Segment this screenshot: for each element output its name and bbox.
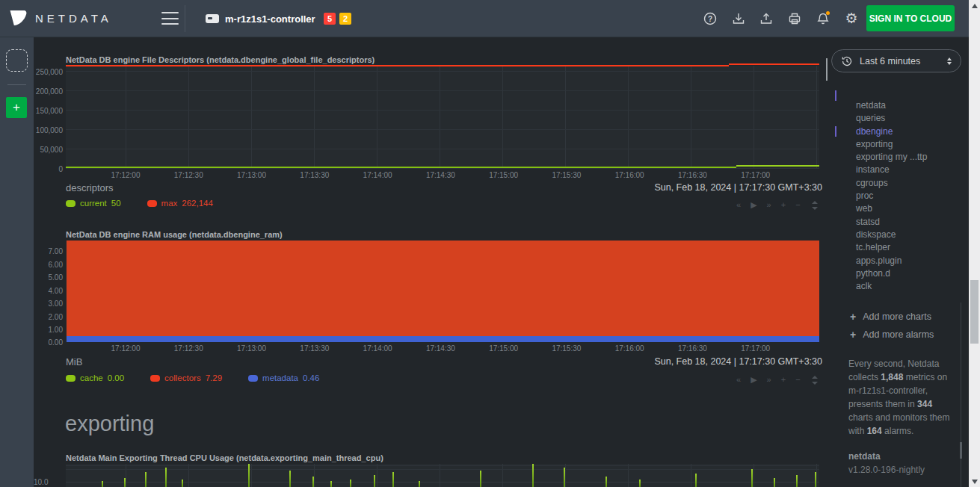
sidebar-item-dbengine[interactable]: dbengine <box>835 125 962 138</box>
x-tick-label: 17:14:00 <box>363 344 392 353</box>
play-icon[interactable]: ▶ <box>751 375 756 385</box>
x-tick-label: 17:16:00 <box>615 171 644 179</box>
add-more-charts-button[interactable]: + Add more charts <box>850 311 931 323</box>
legend-collectors-swatch <box>150 375 160 382</box>
warning-alarms-badge[interactable]: 2 <box>339 13 351 25</box>
x-tick-label: 17:13:00 <box>237 344 266 353</box>
sidebar-item-instance[interactable]: instance <box>835 164 962 176</box>
chart2-plot-area[interactable] <box>66 241 819 342</box>
scroll-down-arrow[interactable] <box>969 476 980 487</box>
x-tick-label: 17:15:30 <box>552 344 581 353</box>
x-tick-label: 17:16:30 <box>678 171 707 179</box>
legend-collectors-name: collectors <box>164 373 201 382</box>
chart2-x-axis: 17:12:0017:12:3017:13:0017:13:3017:14:00… <box>66 344 819 353</box>
sidebar-item-aclk[interactable]: aclk <box>835 280 962 293</box>
hamburger-menu-icon[interactable] <box>161 12 179 25</box>
legend-cache-name: cache <box>80 373 103 382</box>
chart2-collectors-area <box>67 241 819 336</box>
netdata-logo[interactable]: NETDATA <box>9 10 112 27</box>
sidebar-scrollbar-thumb[interactable] <box>960 442 962 459</box>
cpu-spike <box>124 478 126 487</box>
help-icon[interactable]: ? <box>702 10 718 27</box>
sidebar-item-statsd[interactable]: statsd <box>835 216 962 229</box>
sidebar-item-web[interactable]: web <box>835 202 962 215</box>
chart1-legend: current 50 max 262,144 <box>66 199 234 208</box>
y-tick-label: 200,000 <box>36 87 63 96</box>
print-icon[interactable] <box>786 10 803 27</box>
add-more-alarms-button[interactable]: + Add more alarms <box>850 329 934 341</box>
legend-metadata[interactable]: metadata 0.46 <box>248 373 319 382</box>
x-tick-label: 17:14:30 <box>426 344 455 353</box>
y-tick-label: 3.00 <box>49 300 63 308</box>
sidebar-item-diskspace[interactable]: diskspace <box>835 229 962 241</box>
cpu-spike <box>182 480 183 487</box>
chart1-max-line-step <box>729 63 819 65</box>
rewind-icon[interactable]: « <box>736 200 741 210</box>
legend-collectors[interactable]: collectors 7.29 <box>150 373 222 382</box>
cpu-spike <box>419 481 420 487</box>
summary-segment: alarms. <box>882 426 914 436</box>
legend-metadata-swatch <box>248 375 258 382</box>
sign-in-to-cloud-button[interactable]: SIGN IN TO CLOUD <box>866 5 955 31</box>
upload-icon[interactable] <box>758 10 774 27</box>
sidebar-item-apps-plugin[interactable]: apps.plugin <box>835 255 962 267</box>
fast-forward-icon[interactable]: » <box>767 200 771 210</box>
node-title: m-r1z1s1-controller <box>225 13 315 25</box>
chart1-resize-handle[interactable] <box>811 201 818 210</box>
cpu-spike <box>605 477 607 487</box>
zoom-out-icon[interactable]: − <box>795 200 800 210</box>
sidebar-item-exporting[interactable]: exporting <box>835 138 962 151</box>
chart1-units-label: descriptors <box>66 182 114 193</box>
sidebar-item-netdata[interactable]: netdata <box>835 99 962 112</box>
zoom-in-icon[interactable]: + <box>781 375 786 385</box>
legend-cache[interactable]: cache 0.00 <box>66 373 124 382</box>
sidebar-item-python-d[interactable]: python.d <box>835 267 962 280</box>
cpu-spike <box>165 468 167 487</box>
cpu-spike <box>695 474 697 487</box>
cpu-spike <box>312 477 314 487</box>
space-placeholder[interactable] <box>6 49 28 72</box>
rewind-icon[interactable]: « <box>736 375 741 385</box>
fast-forward-icon[interactable]: » <box>767 375 771 385</box>
chart1-max-line <box>66 65 729 66</box>
gear-icon[interactable]: ⚙ <box>843 10 860 27</box>
collection-summary: Every second, Netdata collects 1,848 met… <box>848 357 955 438</box>
add-space-button[interactable]: + <box>6 97 27 118</box>
time-range-picker[interactable]: Last 6 minutes <box>831 49 961 72</box>
page-scrollbar-thumb[interactable] <box>970 280 979 344</box>
navbar-divider <box>185 5 185 32</box>
cpu-spike <box>330 481 332 487</box>
sidebar-item-proc[interactable]: proc <box>835 190 962 202</box>
summary-segment: 164 <box>867 426 882 436</box>
chart3-plot-area[interactable] <box>66 464 819 487</box>
play-icon[interactable]: ▶ <box>751 200 756 210</box>
section-menu: netdataqueriesdbengineexportingexporting… <box>835 99 962 293</box>
sidebar-item-exporting-my-ttp[interactable]: exporting my ...ttp <box>835 151 962 164</box>
sidebar-item-tc-helper[interactable]: tc.helper <box>835 241 962 254</box>
sidebar-item-queries[interactable]: queries <box>835 112 962 125</box>
netdata-logo-icon <box>9 10 28 27</box>
chart2-resize-handle[interactable] <box>811 376 818 385</box>
alarms-bell-icon[interactable] <box>815 10 831 27</box>
sidebar-item-cgroups[interactable]: cgroups <box>835 177 962 190</box>
legend-max-value: 262,144 <box>182 199 213 208</box>
legend-current[interactable]: current 50 <box>66 199 121 208</box>
main-scrollbar-thumb[interactable] <box>826 58 828 81</box>
chart1-plot-area[interactable] <box>66 66 819 169</box>
y-tick-label: 7.00 <box>49 247 63 255</box>
x-tick-label: 17:13:30 <box>300 344 329 353</box>
chart1-y-axis: 250,000200,000150,000100,00050,0000 <box>34 66 63 169</box>
page-scrollbar[interactable] <box>969 0 980 487</box>
chart2-legend: cache 0.00 collectors 7.29 metadata 0.46 <box>66 373 340 382</box>
add-more-charts-label: Add more charts <box>863 311 931 322</box>
download-icon[interactable] <box>730 10 747 27</box>
chevron-up-down-icon <box>947 58 952 65</box>
cpu-spike <box>532 464 534 487</box>
top-navbar: NETDATA m-r1z1s1-controller 5 2 ? ⚙ SIGN… <box>0 0 969 37</box>
critical-alarms-badge[interactable]: 5 <box>324 13 336 25</box>
x-tick-label: 17:14:00 <box>363 171 392 179</box>
zoom-out-icon[interactable]: − <box>795 375 800 385</box>
scroll-up-arrow[interactable] <box>969 0 980 11</box>
legend-max[interactable]: max 262,144 <box>147 199 213 208</box>
zoom-in-icon[interactable]: + <box>781 200 786 210</box>
